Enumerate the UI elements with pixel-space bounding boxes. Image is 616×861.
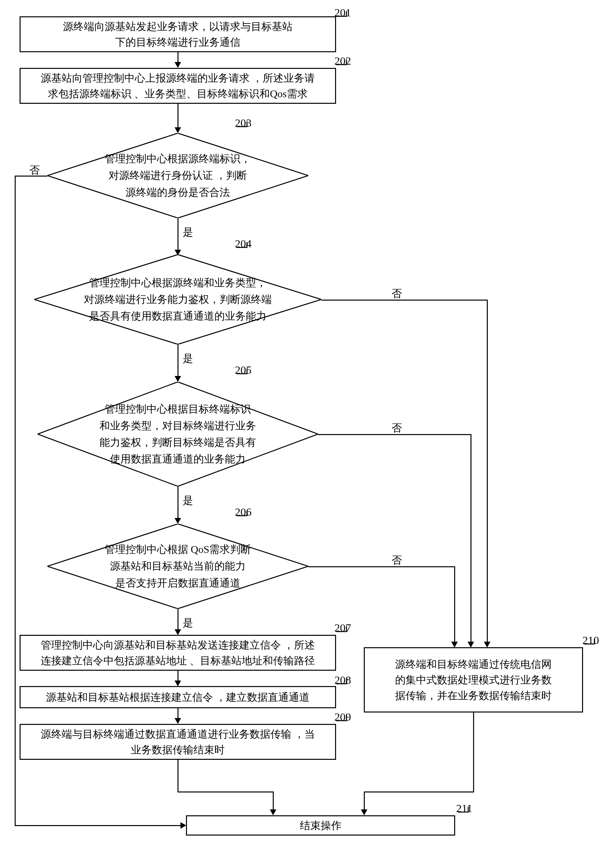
arrow-210-211-head [361, 809, 368, 815]
line-206-no-v [454, 566, 455, 643]
label-206-yes: 是 [183, 616, 193, 630]
step-208-box: 源基站和目标基站根据连接建立信令 ，建立数据直通通道 [20, 686, 336, 708]
step-206-diamond: 管理控制中心根据 QoS需求判断 源基站和目标基站当前的能力 是否支持开启数据直… [47, 524, 308, 609]
step-207-hook [336, 626, 349, 638]
step-204-hook [237, 242, 250, 254]
step-202-box: 源基站向管理控制中心上报源终端的业务请求 ，所述业务请 求包括源终端标识 、业务… [20, 68, 336, 104]
label-206-no: 否 [391, 553, 402, 568]
step-205-diamond: 管理控制中心根据目标终端标识 和业务类型，对目标终端进行业务 能力鉴权，判断目标… [38, 382, 318, 486]
step-210-box: 源终端和目标终端通过传统电信网 的集中式数据处理模式进行业务数 据传输，并在业务… [364, 647, 583, 713]
step-201-box: 源终端向源基站发起业务请求，以请求与目标基站 下的目标终端进行业务通信 [20, 16, 336, 52]
step-205-hook [237, 368, 250, 380]
step-204-diamond: 管理控制中心根据源终端和业务类型， 对源终端进行业务能力鉴权，判断源终端 是否具… [34, 255, 321, 344]
flowchart: 201 源终端向源基站发起业务请求，以请求与目标基站 下的目标终端进行业务通信 … [6, 6, 610, 855]
line-210-211-h [364, 792, 474, 792]
arrow-209-211-head [270, 809, 277, 815]
arrow-206-no-head [451, 642, 458, 647]
line-205-no-v [470, 434, 471, 643]
arrow-203-no-head [181, 822, 186, 829]
step-202-hook [336, 60, 349, 71]
label-205-no: 否 [391, 421, 402, 435]
line-203-no-h [15, 176, 47, 176]
label-204-yes: 是 [183, 351, 193, 366]
arrow-207-208-head [174, 680, 181, 686]
line-210-211-v2 [364, 792, 365, 811]
step-209-text: 源终端与目标终端通过数据直通通道进行业务数据传输 ，当 业务数据传输结束时 [41, 726, 315, 757]
arrow-205-no-head [468, 642, 474, 647]
step-210-text: 源终端和目标终端通过传统电信网 的集中式数据处理模式进行业务数 据传输，并在业务… [395, 656, 552, 704]
line-209-211-h [178, 792, 274, 792]
step-210-hook [584, 639, 597, 650]
label-203-yes: 是 [183, 225, 193, 239]
arrow-202-203 [178, 104, 179, 128]
step-211-text: 结束操作 [300, 818, 342, 833]
step-209-hook [336, 715, 349, 727]
step-211-box: 结束操作 [186, 815, 455, 836]
step-209-box: 源终端与目标终端通过数据直通通道进行业务数据传输 ，当 业务数据传输结束时 [20, 724, 336, 760]
arrow-205-206-head [174, 518, 181, 524]
arrow-204-no-head [484, 642, 490, 647]
arrow-203-204 [178, 218, 179, 252]
label-205-yes: 是 [183, 494, 193, 508]
step-201-text: 源终端向源基站发起业务请求，以请求与目标基站 下的目标终端进行业务通信 [63, 19, 293, 50]
line-210-211-v [473, 713, 474, 792]
step-208-text: 源基站和目标基站根据连接建立信令 ，建立数据直通通道 [46, 689, 310, 705]
line-203-no-h2 [15, 825, 181, 826]
step-207-box: 管理控制中心向源基站和目标基站发送连接建立信令 ，所述 连接建立信令中包括源基站… [20, 635, 336, 671]
arrow-205-206 [178, 486, 179, 521]
line-204-no-h [321, 300, 488, 301]
line-203-no-v [15, 176, 16, 826]
step-201-hook [336, 11, 349, 23]
arrow-206-207-head [174, 629, 181, 635]
step-206-text: 管理控制中心根据 QoS需求判断 源基站和目标基站当前的能力 是否支持开启数据直… [79, 541, 277, 592]
step-211-hook [458, 807, 471, 819]
line-209-211-v2 [273, 792, 274, 811]
step-203-text: 管理控制中心根据源终端标识， 对源终端进行身份认证 ，判断 源终端的身份是否合法 [79, 151, 277, 201]
line-206-no-h [308, 566, 455, 567]
step-207-text: 管理控制中心向源基站和目标基站发送连接建立信令 ，所述 连接建立信令中包括源基站… [41, 637, 315, 669]
arrow-201-202-head [174, 62, 181, 68]
arrow-204-205-head [174, 376, 181, 382]
label-204-no: 否 [391, 286, 402, 301]
line-205-no-h [318, 434, 471, 435]
step-203-hook [237, 121, 250, 133]
step-208-hook [336, 678, 349, 690]
line-209-211-v [178, 760, 179, 792]
step-204-text: 管理控制中心根据源终端和业务类型， 对源终端进行业务能力鉴权，判断源终端 是否具… [58, 274, 298, 325]
step-205-text: 管理控制中心根据目标终端标识 和业务类型，对目标终端进行业务 能力鉴权，判断目标… [74, 401, 282, 468]
arrow-206-207 [178, 609, 179, 631]
arrow-202-203-head [174, 127, 181, 133]
step-206-hook [237, 510, 250, 522]
arrow-204-205 [178, 344, 179, 379]
arrow-208-209-head [174, 718, 181, 724]
line-204-no-v [487, 300, 488, 643]
step-203-diamond: 管理控制中心根据源终端标识， 对源终端进行身份认证 ，判断 源终端的身份是否合法 [47, 133, 308, 218]
step-202-text: 源基站向管理控制中心上报源终端的业务请求 ，所述业务请 求包括源终端标识 、业务… [41, 70, 315, 101]
